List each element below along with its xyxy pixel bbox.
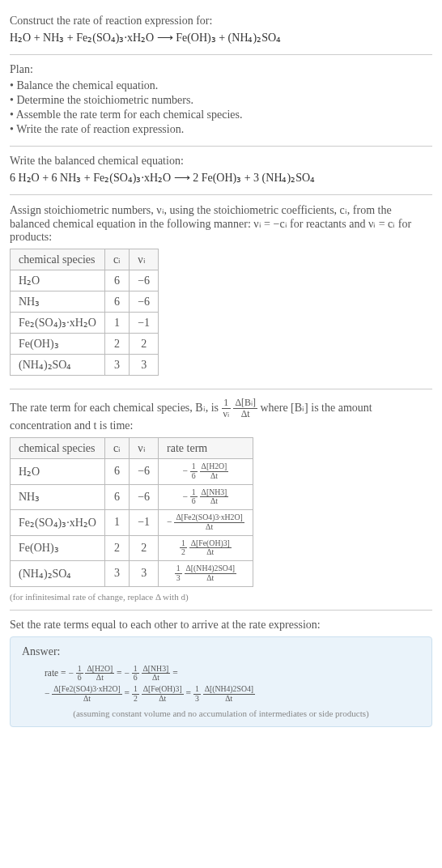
cell-v: −6 <box>130 459 159 484</box>
cell-rate: 12 Δ[Fe(OH)3]Δt <box>159 535 253 560</box>
answer-label: Answer: <box>22 645 420 658</box>
plan-title: Plan: <box>10 63 432 76</box>
sign: − <box>68 668 73 678</box>
rateterm-note: (for infinitesimal rate of change, repla… <box>10 592 432 602</box>
coef-frac: 16 <box>76 665 83 683</box>
delta-frac: Δ[NH3]Δt <box>200 488 229 506</box>
frac-den: νᵢ <box>222 409 231 419</box>
rateterm-table: chemical species cᵢ νᵢ rate term H₂O 6 −… <box>10 437 253 586</box>
cell-c: 1 <box>104 313 129 334</box>
answer-note: (assuming constant volume and no accumul… <box>22 708 420 718</box>
cell-species: Fe₂(SO₄)₃·xH₂O <box>11 510 105 535</box>
table-row: Fe(OH)₃22 <box>11 334 159 355</box>
intro-frac-1: 1 νᵢ <box>222 398 231 419</box>
delta-frac: Δ[(NH4)2SO4]Δt <box>203 685 255 703</box>
table-header-row: chemical species cᵢ νᵢ rate term <box>11 438 253 459</box>
coef-frac: 16 <box>190 488 198 506</box>
cell-v: −6 <box>130 484 159 509</box>
col-c: cᵢ <box>104 249 129 270</box>
col-species: chemical species <box>11 438 105 459</box>
delta-frac: Δ[Fe2(SO4)3·xH2O]Δt <box>174 513 244 531</box>
table-row: H₂O6−6 <box>11 270 159 291</box>
balanced-title: Write the balanced chemical equation: <box>10 155 432 168</box>
plan-item: • Write the rate of reaction expression. <box>10 123 432 136</box>
sign: − <box>167 517 172 526</box>
cell-rate: − 16 Δ[H2O]Δt <box>159 459 253 484</box>
plan-item: • Assemble the rate term for each chemic… <box>10 108 432 121</box>
table-row: (NH₄)₂SO₄ 3 3 13 Δ[(NH4)2SO4]Δt <box>11 561 253 586</box>
answer-box: Answer: rate = − 16 Δ[H2O]Δt = − 16 Δ[NH… <box>10 636 432 728</box>
section-rateterm: The rate term for each chemical species,… <box>10 389 432 610</box>
table-header-row: chemical species cᵢ νᵢ <box>11 249 159 270</box>
delta-frac: Δ[Fe(OH)3]Δt <box>189 539 232 557</box>
cell-rate: 13 Δ[(NH4)2SO4]Δt <box>159 561 253 586</box>
col-species: chemical species <box>11 249 105 270</box>
coef-frac: 13 <box>175 564 182 582</box>
cell-c: 6 <box>104 459 129 484</box>
cell-v: 3 <box>130 355 159 376</box>
cell-c: 3 <box>104 355 129 376</box>
delta-frac: Δ[NH3]Δt <box>142 665 171 683</box>
cell-species: H₂O <box>11 459 105 484</box>
rate-expression: rate = − 16 Δ[H2O]Δt = − 16 Δ[NH3]Δt = −… <box>22 663 420 704</box>
frac-num: Δ[Bᵢ] <box>233 398 257 409</box>
table-row: (NH₄)₂SO₄33 <box>11 355 159 376</box>
coef-frac: 16 <box>132 665 139 683</box>
cell-v: −6 <box>130 291 159 313</box>
cell-species: H₂O <box>11 270 105 291</box>
delta-frac: Δ[(NH4)2SO4]Δt <box>185 564 236 582</box>
delta-frac: Δ[Fe(OH)3]Δt <box>142 685 184 703</box>
cell-v: 2 <box>130 535 159 560</box>
col-v: νᵢ <box>130 249 159 270</box>
col-rate: rate term <box>159 438 253 459</box>
sign: − <box>45 688 49 698</box>
eq: = <box>172 668 177 678</box>
intro-frac-2: Δ[Bᵢ] Δt <box>233 398 257 419</box>
col-c: cᵢ <box>104 438 129 459</box>
table-row: Fe(OH)₃ 2 2 12 Δ[Fe(OH)3]Δt <box>11 535 253 560</box>
section-construct: Construct the rate of reaction expressio… <box>10 6 432 54</box>
section-plan: Plan: • Balance the chemical equation. •… <box>10 54 432 146</box>
cell-species: (NH₄)₂SO₄ <box>11 355 105 376</box>
sign: − <box>124 668 129 678</box>
eq: = <box>186 688 193 698</box>
cell-c: 6 <box>104 270 129 291</box>
sign: − <box>183 466 188 475</box>
cell-c: 6 <box>104 484 129 509</box>
col-v: νᵢ <box>130 438 159 459</box>
cell-species: NH₃ <box>11 484 105 509</box>
stoich-intro: Assign stoichiometric numbers, νᵢ, using… <box>10 203 432 244</box>
cell-v: −1 <box>130 510 159 535</box>
cell-species: (NH₄)₂SO₄ <box>11 561 105 586</box>
cell-rate: − Δ[Fe2(SO4)3·xH2O]Δt <box>159 510 253 535</box>
table-row: Fe₂(SO₄)₃·xH₂O 1 −1 − Δ[Fe2(SO4)3·xH2O]Δ… <box>11 510 253 535</box>
table-row: NH₃6−6 <box>11 291 159 313</box>
coef-frac: 12 <box>132 685 139 703</box>
cell-c: 3 <box>104 561 129 586</box>
page: Construct the rate of reaction expressio… <box>0 0 442 742</box>
table-row: Fe₂(SO₄)₃·xH₂O1−1 <box>11 313 159 334</box>
delta-frac: Δ[H2O]Δt <box>200 462 229 480</box>
eq: = <box>125 688 132 698</box>
cell-v: 3 <box>130 561 159 586</box>
frac-num: 1 <box>222 398 231 409</box>
balanced-equation: 6 H₂O + 6 NH₃ + Fe₂(SO₄)₃·xH₂O ⟶ 2 Fe(OH… <box>10 171 432 185</box>
cell-c: 6 <box>104 291 129 313</box>
coef-frac: 16 <box>190 462 198 480</box>
cell-v: −1 <box>130 313 159 334</box>
final-title: Set the rate terms equal to each other t… <box>10 619 432 632</box>
intro-text-a: The rate term for each chemical species,… <box>10 402 222 414</box>
rateterm-intro: The rate term for each chemical species,… <box>10 398 432 432</box>
cell-species: Fe(OH)₃ <box>11 334 105 355</box>
frac-den: Δt <box>233 409 257 419</box>
cell-c: 2 <box>104 535 129 560</box>
coef-frac: 12 <box>180 539 187 557</box>
cell-c: 1 <box>104 510 129 535</box>
delta-frac: Δ[Fe2(SO4)3·xH2O]Δt <box>52 685 121 703</box>
plan-item: • Balance the chemical equation. <box>10 79 432 92</box>
section-final: Set the rate terms equal to each other t… <box>10 610 432 736</box>
construct-equation: H₂O + NH₃ + Fe₂(SO₄)₃·xH₂O ⟶ Fe(OH)₃ + (… <box>10 31 432 45</box>
cell-species: NH₃ <box>11 291 105 313</box>
rate-prefix: rate = <box>45 668 68 678</box>
cell-v: 2 <box>130 334 159 355</box>
